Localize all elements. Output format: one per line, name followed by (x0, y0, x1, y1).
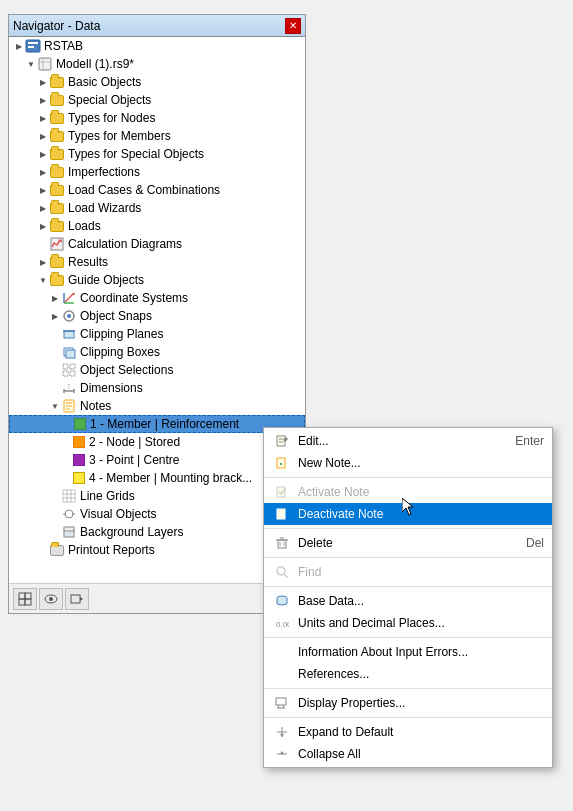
close-button[interactable]: ✕ (285, 18, 301, 34)
folder-icon-special2 (49, 146, 65, 162)
folder-icon-guide (49, 272, 65, 288)
folder-icon-special (49, 92, 65, 108)
folder-icon-wizards (49, 200, 65, 216)
ctx-activate[interactable]: Activate Note (264, 481, 552, 503)
basic-objects-item[interactable]: Basic Objects (9, 73, 305, 91)
special-objects-item[interactable]: Special Objects (9, 91, 305, 109)
root-label: RSTAB (44, 39, 83, 53)
ctx-info-errors[interactable]: Information About Input Errors... (264, 641, 552, 663)
svg-point-62 (277, 567, 285, 575)
title-bar: Navigator - Data ✕ (9, 15, 305, 37)
ctx-collapse-icon (272, 746, 292, 762)
svg-rect-18 (70, 364, 75, 369)
model-icon (37, 56, 53, 72)
ctx-activate-label: Activate Note (298, 485, 544, 499)
ctx-base-data[interactable]: Base Data... (264, 590, 552, 612)
ctx-references-icon (272, 666, 292, 682)
ctx-edit[interactable]: Edit... Enter (264, 430, 552, 452)
toolbar-btn-1[interactable] (13, 588, 37, 610)
ctx-delete-icon (272, 535, 292, 551)
note-3-item[interactable]: 3 - Point | Centre (9, 451, 305, 469)
ctx-deactivate[interactable]: Deactivate Note (264, 503, 552, 525)
svg-rect-17 (63, 364, 68, 369)
tree-root[interactable]: RSTAB (9, 37, 305, 55)
svg-marker-72 (280, 734, 284, 737)
ctx-find[interactable]: Find (264, 561, 552, 583)
bg-layers-item[interactable]: Background Layers (9, 523, 305, 541)
load-cases-item[interactable]: Load Cases & Combinations (9, 181, 305, 199)
notes-icon (61, 398, 77, 414)
ctx-delete-label: Delete (298, 536, 518, 550)
types-special-item[interactable]: Types for Special Objects (9, 145, 305, 163)
ctx-sep-1 (264, 477, 552, 478)
ctx-new-note-label: New Note... (298, 456, 544, 470)
results-item[interactable]: Results (9, 253, 305, 271)
svg-rect-20 (70, 371, 75, 376)
ctx-collapse-all[interactable]: Collapse All (264, 743, 552, 765)
imperfections-item[interactable]: Imperfections (9, 163, 305, 181)
folder-icon-nodes (49, 110, 65, 126)
svg-rect-57 (278, 540, 286, 548)
calc-icon (49, 236, 65, 252)
folder-icon-results (49, 254, 65, 270)
svg-rect-42 (25, 599, 31, 605)
ctx-collapse-label: Collapse All (298, 747, 544, 761)
clipping-boxes-item[interactable]: Clipping Boxes (9, 343, 305, 361)
note-4-item[interactable]: 4 - Member | Mounting brack... (9, 469, 305, 487)
svg-rect-41 (19, 599, 25, 605)
ctx-deactivate-label: Deactivate Note (298, 507, 544, 521)
note-1-item[interactable]: 1 - Member | Reinforcement (9, 415, 305, 433)
ctx-new-note[interactable]: New Note... (264, 452, 552, 474)
svg-marker-46 (80, 597, 83, 601)
ctx-new-note-icon (272, 455, 292, 471)
svg-rect-3 (39, 58, 51, 70)
window-title: Navigator - Data (13, 19, 100, 33)
ctx-sep-5 (264, 637, 552, 638)
object-selections-item[interactable]: Object Selections (9, 361, 305, 379)
svg-rect-45 (71, 595, 80, 603)
object-snaps-item[interactable]: Object Snaps (9, 307, 305, 325)
note-4-color (73, 472, 85, 484)
toolbar-btn-3[interactable] (65, 588, 89, 610)
coord-icon (61, 290, 77, 306)
ctx-expand-icon (272, 724, 292, 740)
rstab-icon (25, 38, 41, 54)
ctx-display-label: Display Properties... (298, 696, 544, 710)
note-2-item[interactable]: 2 - Node | Stored (9, 433, 305, 451)
load-wizards-item[interactable]: Load Wizards (9, 199, 305, 217)
obj-sel-label: Object Selections (80, 363, 173, 377)
ctx-deactivate-icon (272, 506, 292, 522)
ctx-references[interactable]: References... (264, 663, 552, 685)
toolbar-btn-2[interactable] (39, 588, 63, 610)
types-members-item[interactable]: Types for Members (9, 127, 305, 145)
types-nodes-item[interactable]: Types for Nodes (9, 109, 305, 127)
expand-arrow[interactable] (13, 40, 25, 52)
ctx-expand-default[interactable]: Expand to Default (264, 721, 552, 743)
note-1-color (74, 418, 86, 430)
svg-line-63 (284, 574, 288, 578)
svg-point-12 (67, 314, 71, 318)
model-label: Modell (1).rs9* (56, 57, 134, 71)
tree-view: RSTAB Modell (1).rs9* Basic Objects (9, 37, 305, 583)
guide-objects-item[interactable]: Guide Objects (9, 271, 305, 289)
ctx-info-label: Information About Input Errors... (298, 645, 544, 659)
printout-item[interactable]: Printout Reports (9, 541, 305, 559)
ctx-delete[interactable]: Delete Del (264, 532, 552, 554)
ctx-display[interactable]: Display Properties... (264, 692, 552, 714)
ctx-display-icon (272, 695, 292, 711)
line-grids-icon (61, 488, 77, 504)
model-item[interactable]: Modell (1).rs9* (9, 55, 305, 73)
dimensions-item[interactable]: Dimensions (9, 379, 305, 397)
model-expand[interactable] (25, 58, 37, 70)
line-grids-item[interactable]: Line Grids (9, 487, 305, 505)
calc-diagrams-item[interactable]: Calculation Diagrams (9, 235, 305, 253)
ctx-sep-6 (264, 688, 552, 689)
loads-item[interactable]: Loads (9, 217, 305, 235)
notes-item[interactable]: Notes (9, 397, 305, 415)
visual-objects-item[interactable]: Visual Objects (9, 505, 305, 523)
clipping-planes-item[interactable]: Clipping Planes (9, 325, 305, 343)
svg-rect-47 (277, 436, 285, 446)
ctx-units[interactable]: 0.00 Units and Decimal Places... (264, 612, 552, 634)
coord-systems-item[interactable]: Coordinate Systems (9, 289, 305, 307)
ctx-references-label: References... (298, 667, 544, 681)
